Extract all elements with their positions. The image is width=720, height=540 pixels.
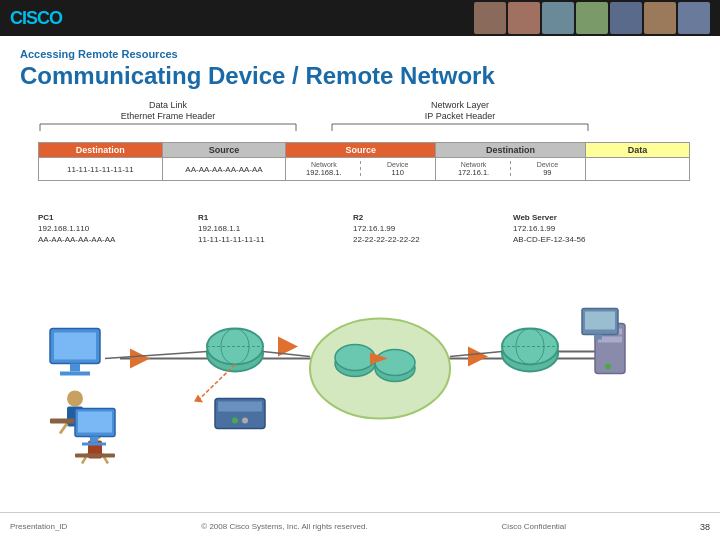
svg-point-38	[605, 364, 611, 370]
r1-info: R1 192.168.1.1 11-11-11-11-11-11	[198, 212, 353, 246]
svg-marker-17	[130, 349, 150, 369]
network-illustration	[20, 255, 700, 502]
webserver-info: Web Server 172.16.1.99 AB-CD-EF-12-34-56	[513, 212, 673, 246]
diagram-area: Data Link Ethernet Frame Header Network …	[20, 100, 700, 532]
svg-rect-41	[594, 335, 602, 340]
footer-page: 38	[700, 522, 710, 532]
pc1-info: PC1 192.168.1.110 AA-AA-AA-AA-AA-AA	[38, 212, 198, 246]
svg-point-11	[67, 391, 83, 407]
footer-presentation: Presentation_ID	[10, 522, 67, 531]
footer: Presentation_ID © 2008 Cisco Systems, In…	[0, 512, 720, 540]
header-images	[474, 2, 710, 34]
network-svg	[20, 255, 700, 502]
dest-mac-value: 11-11-11-11-11-11	[39, 158, 163, 181]
packet-header-table: Destination Source Source Destination Da…	[38, 142, 690, 181]
svg-line-54	[200, 365, 235, 399]
svg-rect-9	[70, 364, 80, 372]
data-header: Data	[585, 143, 689, 158]
header-bar: CISCO	[0, 0, 720, 36]
svg-rect-51	[78, 412, 112, 433]
svg-rect-49	[75, 454, 115, 458]
svg-rect-10	[60, 372, 90, 376]
svg-point-58	[232, 418, 238, 424]
svg-point-27	[375, 350, 415, 376]
ethernet-label: Data Link Ethernet Frame Header	[38, 100, 298, 122]
data-value	[585, 158, 689, 181]
dest-mac-header: Destination	[39, 143, 163, 158]
slide-title: Communicating Device / Remote Network	[20, 62, 700, 90]
svg-rect-8	[54, 333, 96, 360]
svg-marker-29	[468, 347, 488, 367]
packet-table-area: Destination Source Source Destination Da…	[38, 140, 690, 181]
slide-content: Accessing Remote Resources Communicating…	[0, 36, 720, 540]
svg-point-25	[335, 345, 375, 371]
device-info-area: PC1 192.168.1.110 AA-AA-AA-AA-AA-AA R1 1…	[38, 212, 700, 246]
svg-marker-55	[194, 395, 203, 403]
svg-line-13	[60, 424, 67, 434]
svg-rect-57	[218, 402, 262, 412]
src-ip-header: Source	[286, 143, 436, 158]
svg-rect-52	[90, 437, 98, 443]
svg-point-59	[242, 418, 248, 424]
svg-line-42	[105, 352, 207, 359]
ip-label: Network Layer IP Packet Header	[330, 100, 590, 122]
footer-copyright: © 2008 Cisco Systems, Inc. All rights re…	[201, 522, 367, 531]
r2-info: R2 172.16.1.99 22-22-22-22-22-22	[353, 212, 513, 246]
src-mac-value: AA-AA-AA-AA-AA-AA	[162, 158, 286, 181]
src-ip-value: Network 192.168.1. Device 110	[286, 158, 436, 181]
svg-rect-53	[82, 443, 106, 446]
footer-confidential: Cisco Confidential	[502, 522, 566, 531]
dest-ip-header: Destination	[436, 143, 586, 158]
svg-rect-40	[585, 312, 615, 330]
slide-subtitle: Accessing Remote Resources	[20, 48, 700, 60]
dst-ip-value: Network 172.16.1. Device 99	[436, 158, 586, 181]
cisco-logo: CISCO	[10, 8, 62, 29]
src-mac-header: Source	[162, 143, 286, 158]
